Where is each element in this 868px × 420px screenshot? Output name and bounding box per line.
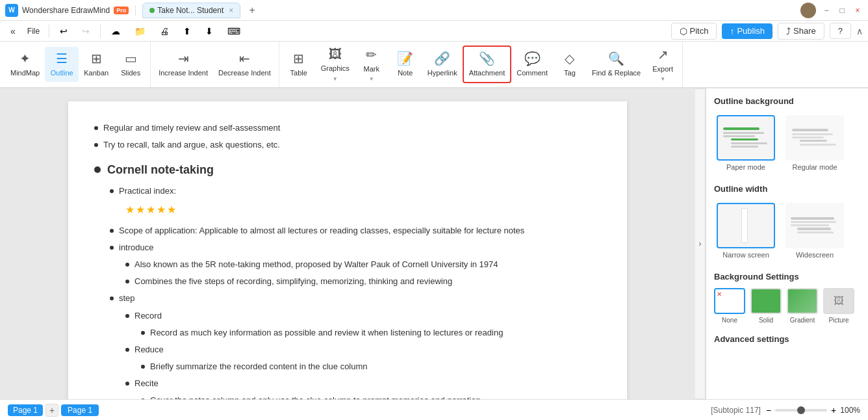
current-page-button[interactable]: Page 1 — [8, 404, 43, 416]
list-item: Combines the five steps of recording, si… — [125, 274, 601, 289]
list-item: Recite — [125, 376, 601, 391]
graphics-tool[interactable]: 🖼 Graphics ▼ — [316, 43, 355, 85]
bg-options: ✕ None Solid Gradient — [714, 288, 860, 324]
undo-button[interactable]: ↩ — [53, 23, 74, 39]
list-item-text: Record as much key information as possib… — [150, 326, 503, 340]
paper-mode-option[interactable]: Paper mode — [714, 112, 778, 174]
import-button[interactable]: ⬆ — [177, 23, 198, 39]
slides-label: Slides — [121, 69, 140, 77]
pro-badge: Pro — [114, 7, 129, 14]
bg-gradient-option[interactable]: Gradient — [787, 288, 818, 324]
widescreen-option[interactable]: Widescreen — [783, 200, 847, 261]
publish-button[interactable]: ↑ Publish — [722, 23, 772, 39]
help-button[interactable]: ? — [830, 23, 851, 39]
outline-width-section: Outline width Narrow — [714, 184, 860, 261]
thumb-text-line — [800, 144, 836, 146]
bullet-dot — [125, 263, 129, 267]
slides-tool[interactable]: ▭ Slides — [114, 47, 147, 81]
bullet-dot — [94, 126, 98, 130]
bg-none-option[interactable]: ✕ None — [714, 288, 745, 324]
comment-tool[interactable]: 💬 Comment — [511, 47, 553, 81]
tab-label: Take Not... Student — [157, 6, 223, 15]
decrease-indent-label: Decrease Indent — [218, 69, 271, 77]
tab-add-button[interactable]: + — [244, 3, 260, 18]
minimize-button[interactable]: − — [821, 5, 832, 16]
table-tool[interactable]: ⊞ Table — [282, 47, 316, 81]
insert-group: ⊞ Table 🖼 Graphics ▼ ✏ Mark ▼ 📝 Note 🔗 H… — [279, 42, 683, 87]
find-replace-icon: 🔍 — [608, 51, 624, 66]
decrease-indent-icon: ⇤ — [239, 51, 250, 66]
menu-bar: « File ↩ ↪ ☁ 📁 🖨 ⬆ ⬇ ⌨ ⬡ Pitch ↑ Publish… — [0, 21, 868, 42]
expand-button[interactable]: ∧ — [856, 26, 863, 36]
zoom-minus-button[interactable]: − — [766, 405, 771, 415]
graphics-arrow: ▼ — [333, 76, 338, 82]
mindmap-tool[interactable]: ✦ MindMap — [5, 47, 45, 81]
export-menu-button[interactable]: ⬇ — [199, 23, 220, 39]
kanban-tool[interactable]: ⊞ Kanban — [79, 47, 114, 81]
attachment-tool[interactable]: 📎 Attachment — [463, 46, 512, 83]
print-button[interactable]: 🖨 — [153, 23, 175, 39]
note-tool[interactable]: 📝 Note — [389, 47, 422, 81]
bullet-dot — [141, 365, 145, 369]
decrease-indent-tool[interactable]: ⇤ Decrease Indent — [213, 47, 276, 81]
share-icon: ⤴ — [786, 26, 791, 36]
narrow-screen-option[interactable]: Narrow screen — [714, 200, 778, 261]
close-button[interactable]: × — [852, 5, 863, 16]
maximize-button[interactable]: □ — [837, 5, 847, 16]
panel-collapse-button[interactable]: › — [695, 88, 706, 399]
widescreen-thumb — [785, 203, 844, 248]
share-button[interactable]: ⤴ Share — [778, 23, 824, 40]
attachment-label: Attachment — [469, 69, 505, 77]
keyboard-button[interactable]: ⌨ — [221, 23, 247, 39]
add-page-button[interactable]: + — [45, 404, 58, 417]
bg-picture-option[interactable]: 🖼 Picture — [823, 288, 854, 324]
tab-close-icon[interactable]: × — [229, 6, 233, 15]
redo-button[interactable]: ↪ — [75, 23, 96, 39]
list-item-text: Also known as the 5R note-taking method,… — [134, 257, 498, 272]
note-icon: 📝 — [397, 51, 413, 66]
list-item: introduce — [110, 241, 601, 255]
document-area[interactable]: Regular and timely review and self-asses… — [0, 88, 695, 399]
outline-tool[interactable]: ☰ Outline — [45, 47, 79, 81]
paper-mode-thumb — [717, 115, 775, 161]
separator — [135, 5, 136, 16]
tag-tool[interactable]: ◇ Tag — [553, 47, 587, 81]
bullet-dot — [110, 229, 114, 233]
bullet-dot — [141, 399, 145, 399]
export-arrow: ▼ — [660, 76, 665, 82]
export-tool[interactable]: ↗ Export ▼ — [646, 43, 680, 86]
find-replace-tool[interactable]: 🔍 Find & Replace — [587, 47, 646, 81]
regular-mode-thumb — [785, 115, 844, 161]
widescreen-label: Widescreen — [796, 251, 834, 259]
separator — [49, 25, 49, 38]
open-button[interactable]: 📁 — [128, 23, 152, 39]
pitch-button[interactable]: ⬡ Pitch — [671, 23, 717, 40]
zoom-plus-button[interactable]: + — [831, 405, 836, 415]
new-button[interactable]: ☁ — [105, 23, 127, 39]
zoom-slider[interactable] — [775, 409, 827, 412]
hyperlink-tool[interactable]: 🔗 Hyperlink — [422, 47, 463, 81]
outline-width-title: Outline width — [714, 184, 860, 194]
tab-item[interactable]: Take Not... Student × — [142, 3, 240, 18]
collapse-button[interactable]: « — [5, 23, 21, 39]
file-menu[interactable]: File — [22, 24, 45, 38]
bullet-dot — [110, 189, 114, 193]
find-replace-label: Find & Replace — [592, 69, 641, 77]
stars: ★★★★★ — [125, 204, 177, 215]
zoom-control: − + 100% — [766, 405, 860, 415]
bg-solid-option[interactable]: Solid — [750, 288, 782, 324]
list-item-text: introduce — [119, 241, 153, 255]
regular-mode-option[interactable]: Regular mode — [783, 112, 847, 174]
list-item-text: Record — [134, 309, 162, 323]
mode-options: Paper mode Regular mode — [714, 112, 860, 174]
list-item: Scope of application: Applicable to almo… — [110, 224, 601, 238]
active-page-indicator[interactable]: Page 1 — [61, 404, 99, 416]
increase-indent-tool[interactable]: ⇥ Increase Indent — [153, 47, 213, 81]
bg-gradient-thumb — [787, 288, 818, 314]
graphics-label: Graphics — [321, 64, 350, 73]
user-avatar — [800, 3, 816, 18]
mark-tool[interactable]: ✏ Mark ▼ — [355, 43, 389, 86]
bullet-dot — [125, 280, 129, 283]
slides-icon: ▭ — [125, 51, 137, 66]
app-logo: W — [5, 4, 18, 17]
